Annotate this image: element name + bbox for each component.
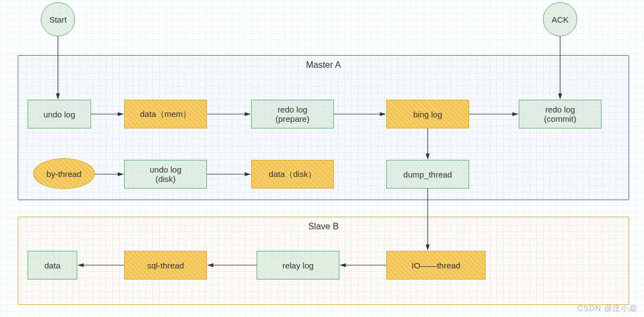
sql-thread: sql-thread: [124, 251, 207, 280]
dump-thread-label: dump_thread: [403, 170, 452, 179]
io-thread-label: IO——thread: [412, 261, 460, 270]
redo-prepare-label: redo log (prepare): [275, 105, 310, 123]
undo-disk: undo log (disk): [124, 160, 207, 189]
relay-log: relay log: [257, 251, 339, 280]
redo-commit-label: redo log (commit): [544, 105, 576, 123]
start-node: Start: [41, 2, 75, 36]
ack-node: ACK: [543, 2, 577, 36]
data-disk: data（disk）: [251, 160, 334, 189]
undo-log-label: undo log: [44, 110, 76, 119]
io-thread: IO——thread: [386, 251, 486, 280]
relay-log-label: relay log: [283, 261, 314, 270]
data-mem: data（mem）: [124, 100, 207, 128]
bing-log-label: bing log: [413, 110, 443, 119]
bing-log: bing log: [386, 100, 469, 128]
slave-data-label: data: [44, 261, 60, 270]
undo-disk-label: undo log (disk): [150, 165, 182, 184]
master-title: Master A: [306, 60, 340, 70]
start-label: Start: [49, 15, 67, 24]
sql-thread-label: sql-thread: [147, 261, 184, 270]
slave-data: data: [28, 251, 77, 280]
watermark: CSDN @庄小焱: [577, 304, 637, 314]
dump-thread: dump_thread: [386, 160, 469, 189]
redo-prepare: redo log (prepare): [251, 100, 334, 128]
data-mem-label: data（mem）: [140, 109, 191, 120]
ack-label: ACK: [552, 15, 569, 24]
slave-title: Slave B: [308, 222, 338, 232]
undo-log: undo log: [28, 100, 91, 128]
data-disk-label: data（disk）: [269, 169, 316, 180]
by-thread: by-thread: [33, 158, 95, 189]
redo-commit: redo log (commit): [519, 100, 602, 128]
by-thread-label: by-thread: [46, 169, 81, 179]
